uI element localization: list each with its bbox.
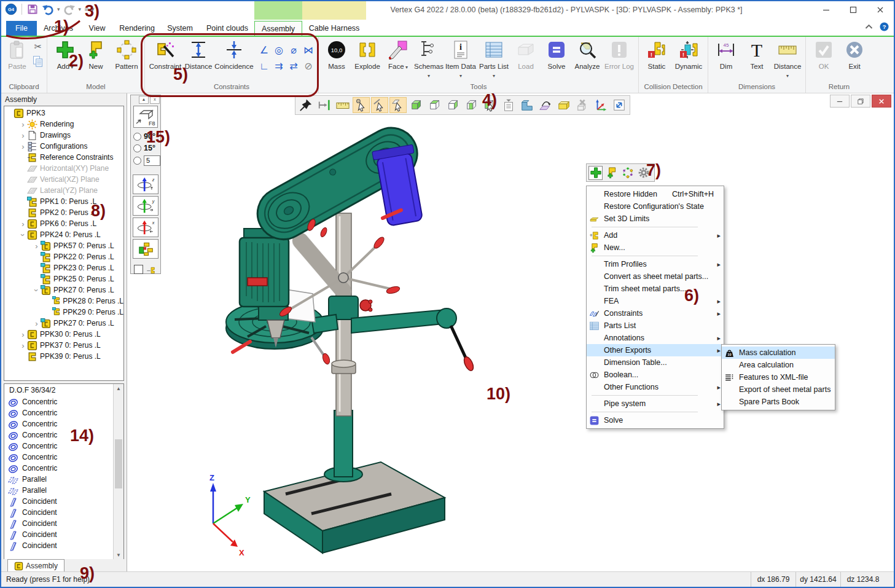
- menu-item[interactable]: [587, 393, 724, 398]
- ribbon-button[interactable]: Parts List: [477, 38, 510, 80]
- tab-assembly-bottom[interactable]: Assembly: [7, 559, 64, 571]
- tree-item[interactable]: PPK1 0: Perus .L: [4, 196, 123, 207]
- ribbon-button[interactable]: 10,0 Mass: [321, 38, 352, 70]
- constraint-mini-icon[interactable]: ∠: [257, 43, 272, 59]
- rotate-axis-button[interactable]: x: [133, 218, 158, 237]
- close-button[interactable]: [867, 1, 894, 18]
- dof-item[interactable]: Coincident: [4, 507, 123, 518]
- viewport-tool[interactable]: [463, 97, 480, 113]
- viewport-tool[interactable]: [389, 97, 407, 113]
- custom-angle-input[interactable]: 5: [144, 155, 160, 166]
- radio-icon[interactable]: [133, 133, 141, 141]
- ribbon-button[interactable]: Explode: [352, 38, 383, 70]
- submenu-item[interactable]: Export of sheet metal parts: [722, 383, 835, 396]
- ribbon-button[interactable]: OK: [808, 38, 839, 70]
- paste-button[interactable]: Paste: [4, 38, 31, 70]
- constraint-mini-icon[interactable]: ⊘: [301, 59, 316, 75]
- g4-logo-icon[interactable]: G4: [5, 3, 17, 15]
- minimize-button[interactable]: [813, 1, 840, 18]
- tree-expander[interactable]: [19, 142, 27, 151]
- radio-icon[interactable]: [133, 157, 141, 165]
- tree-item[interactable]: PPK27 0: Perus .L: [4, 318, 123, 329]
- rotate-axis-button[interactable]: [133, 239, 158, 259]
- save-icon[interactable]: [26, 3, 39, 15]
- viewport-tool[interactable]: [500, 97, 517, 113]
- tree-item[interactable]: PPK39 0: Perus .L: [4, 351, 123, 362]
- doc-close-button[interactable]: [872, 95, 891, 108]
- viewport-tool[interactable]: [316, 97, 333, 113]
- angle-custom-option[interactable]: 5: [131, 152, 160, 166]
- viewport-tool[interactable]: [353, 97, 370, 113]
- tree-expander[interactable]: [19, 120, 27, 129]
- mini-tool[interactable]: [620, 166, 635, 180]
- cut-icon[interactable]: ✂: [32, 41, 44, 53]
- viewport-tool[interactable]: [574, 97, 591, 113]
- ribbon-button[interactable]: Exit: [839, 38, 870, 70]
- tree-item[interactable]: PPK6 0: Perus .L: [4, 218, 123, 229]
- tree-item[interactable]: PPK30 0: Perus .L: [4, 329, 123, 340]
- submenu-item[interactable]: Area calculation: [722, 359, 835, 371]
- viewport-tool[interactable]: [408, 97, 425, 113]
- ribbon-button[interactable]: New: [80, 38, 111, 70]
- ribbon-button[interactable]: ! Static: [641, 38, 672, 70]
- rotate-axis-button[interactable]: z: [133, 174, 158, 194]
- tree-item[interactable]: Reference Constraints: [4, 152, 123, 163]
- tree-item[interactable]: PPK25 0: Perus .L: [4, 273, 123, 284]
- tree-item[interactable]: PPK2 0: Perus .L: [4, 207, 123, 218]
- mini-tool[interactable]: [604, 166, 619, 180]
- ribbon-tab[interactable]: System: [160, 21, 200, 36]
- dof-item[interactable]: Coincident: [4, 496, 123, 507]
- copy-icon[interactable]: [32, 55, 44, 68]
- tree-item[interactable]: Rendering: [4, 119, 123, 130]
- menu-item[interactable]: Restore Configuration's State: [587, 200, 724, 213]
- viewport-tool[interactable]: [297, 97, 315, 113]
- tree-expander[interactable]: [19, 341, 27, 350]
- viewport-tool[interactable]: [445, 97, 462, 113]
- menu-item[interactable]: [587, 254, 724, 258]
- dof-item[interactable]: Parallel: [4, 485, 123, 496]
- tree-item[interactable]: Lateral(YZ) Plane: [4, 185, 123, 196]
- constraint-mini-icon[interactable]: ◎: [272, 43, 286, 59]
- dof-item[interactable]: Coincident: [4, 540, 123, 551]
- viewport-tool[interactable]: [611, 97, 628, 113]
- viewport-tool[interactable]: [482, 97, 499, 113]
- ribbon-button[interactable]: Pattern: [111, 38, 142, 70]
- tree-item[interactable]: PPK24 0: Perus .L: [4, 229, 123, 240]
- tree-item[interactable]: PPK57 0: Perus .L: [4, 240, 123, 251]
- viewport-tool[interactable]: [371, 97, 388, 113]
- dof-item[interactable]: Concentric: [4, 407, 123, 418]
- constraint-mini-icon[interactable]: ∟: [257, 59, 272, 75]
- ribbon-tab[interactable]: Cable Harness: [302, 21, 366, 36]
- ribbon-button[interactable]: Error Log: [603, 38, 636, 70]
- ribbon-button[interactable]: Load: [510, 38, 541, 70]
- tree-expander[interactable]: [33, 286, 41, 295]
- ribbon-button[interactable]: Distance: [183, 38, 214, 70]
- scroll-up-icon[interactable]: ▲: [114, 384, 123, 393]
- palette-close-icon[interactable]: x: [150, 96, 160, 104]
- view-rotate-f8-button[interactable]: F8: [133, 106, 158, 128]
- menu-item[interactable]: Other Exports: [587, 344, 724, 356]
- redo-dropdown-icon[interactable]: ▾: [79, 6, 82, 12]
- menu-item[interactable]: Convert as sheet metal parts...: [587, 270, 724, 283]
- radio-icon[interactable]: [133, 144, 141, 152]
- tree-item[interactable]: PPK28 0: Perus .L: [4, 296, 123, 307]
- menu-item[interactable]: Annotations: [587, 332, 724, 344]
- ribbon-button[interactable]: Analyze: [572, 38, 603, 70]
- menu-item[interactable]: + Add: [587, 229, 724, 241]
- viewport-tool[interactable]: [426, 97, 444, 113]
- collapse-ribbon-icon[interactable]: [864, 22, 874, 31]
- menu-item[interactable]: [587, 410, 724, 414]
- ribbon-button[interactable]: Distance: [772, 38, 803, 80]
- menu-item[interactable]: Boolean...: [587, 369, 724, 381]
- dof-item[interactable]: Concentric: [4, 429, 123, 441]
- undo-dropdown-icon[interactable]: ▾: [57, 6, 60, 12]
- menu-item[interactable]: Dimension Table...: [587, 356, 724, 369]
- constraint-mini-icon[interactable]: ⋈: [301, 43, 316, 59]
- ribbon-tab[interactable]: File: [6, 21, 37, 36]
- tree-expander[interactable]: [19, 330, 27, 339]
- constraint-mini-icon[interactable]: ⌀: [286, 43, 301, 59]
- submenu-item[interactable]: Features to XML-file: [722, 371, 835, 383]
- dof-item[interactable]: Coincident: [4, 529, 123, 540]
- ribbon-tab[interactable]: View: [80, 21, 114, 36]
- dof-item[interactable]: Concentric: [4, 396, 123, 407]
